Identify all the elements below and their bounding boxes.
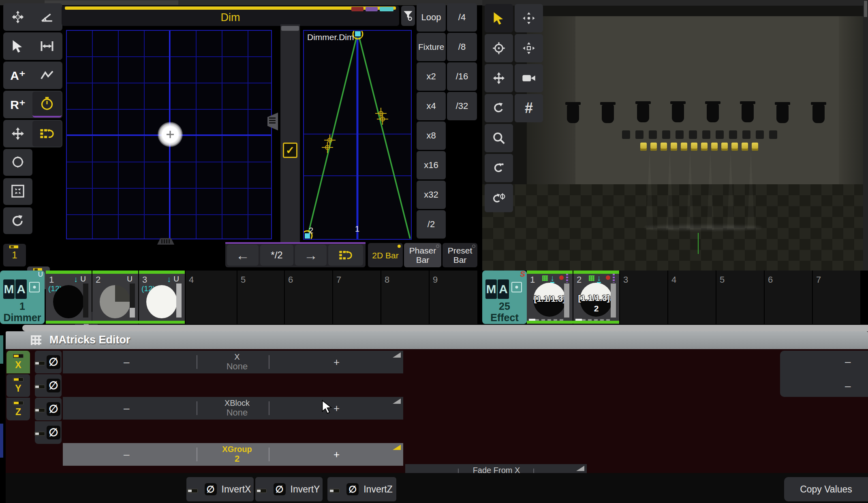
plus-button[interactable]: +	[334, 402, 340, 415]
mult-div16-button[interactable]: /16	[447, 62, 477, 91]
effect-step-6[interactable]: 6	[765, 271, 812, 324]
fixture-selected[interactable]	[681, 143, 687, 151]
tab-2d-bar[interactable]: 2D Bar	[368, 243, 403, 267]
mult-loop-button[interactable]: Loop	[417, 3, 446, 32]
matricks-titlebar[interactable]: MAtricks Editor	[6, 331, 868, 349]
grid-move-tool-icon[interactable]	[6, 6, 29, 28]
step-next-button[interactable]: →	[295, 245, 327, 266]
width-tool-icon[interactable]	[36, 35, 58, 58]
minus-button[interactable]: –	[845, 356, 851, 368]
fixture-selected[interactable]	[691, 143, 697, 151]
v3d-camera-tool[interactable]	[515, 64, 543, 92]
filter-button[interactable]	[401, 6, 415, 26]
mult-div8-button[interactable]: /8	[447, 33, 477, 61]
reset-tool-icon[interactable]	[6, 209, 29, 232]
fixture-selected[interactable]	[701, 143, 708, 151]
x-toggle[interactable]	[13, 354, 24, 358]
step-loop-button[interactable]	[328, 245, 363, 266]
v3d-move-dot-tool[interactable]	[515, 4, 543, 32]
phaser-step-1[interactable]: 1	[3, 244, 26, 266]
phaser-window-titlebar[interactable]: Dim	[62, 6, 399, 26]
mult-fixture-button[interactable]: Fixture	[417, 33, 446, 61]
divider-scroll-thumb[interactable]	[281, 26, 299, 31]
dimmer-step-9[interactable]: 9	[430, 271, 477, 324]
relative-tool-icon[interactable]: R⁺	[6, 93, 29, 116]
v3d-grid-tool[interactable]: #	[515, 94, 543, 122]
dimmer-step-1[interactable]: 1 (12) ↓ U	[46, 271, 92, 324]
row-xgroup[interactable]: – XGroup 2 +	[63, 443, 403, 466]
tab-x[interactable]: X	[6, 351, 30, 373]
row2-enable[interactable]: ∅	[35, 374, 62, 397]
align-tool-icon[interactable]	[6, 151, 29, 173]
invert-y-button[interactable]: ∅ InvertY	[255, 477, 323, 501]
phaser-wave-panel[interactable]: Dimmer.Dim 2 1	[303, 30, 412, 240]
v3d-zoom-tool[interactable]	[485, 124, 513, 152]
fixture-selected[interactable]	[721, 143, 728, 151]
fixture-selected[interactable]	[711, 143, 718, 151]
plus-button[interactable]: +	[334, 448, 340, 461]
row3-enable[interactable]: ∅	[35, 398, 62, 420]
fixture-selected[interactable]	[752, 143, 758, 151]
plus-button[interactable]: +	[334, 356, 340, 369]
tab-y[interactable]: Y	[6, 374, 30, 397]
grid-selection-handle[interactable]	[158, 122, 183, 147]
invert-z-button[interactable]: ∅ InvertZ	[327, 477, 396, 501]
minus-button[interactable]: –	[845, 380, 851, 392]
fixture-selected[interactable]	[742, 143, 748, 151]
mult-x8-button[interactable]: x8	[417, 121, 446, 150]
mult-x32-button[interactable]: x32	[417, 181, 446, 209]
mult-div2-button[interactable]: /2	[417, 210, 446, 239]
angle-tool-icon[interactable]	[36, 6, 58, 28]
mult-div32-button[interactable]: /32	[447, 92, 477, 120]
sequence-pool-scrollbar[interactable]	[22, 325, 868, 331]
dimmer-step-3[interactable]: 3 (12) ↓ U	[139, 271, 185, 324]
select-tool-icon[interactable]	[6, 35, 29, 58]
v3d-target-tool[interactable]	[485, 34, 513, 62]
dimmer-step-6[interactable]: 6	[285, 271, 332, 324]
row-x[interactable]: – X None +	[63, 351, 403, 373]
fixture-selected[interactable]	[640, 143, 647, 151]
dimmer-step-8[interactable]: 8	[381, 271, 429, 324]
y-toggle[interactable]	[13, 377, 24, 382]
minus-button[interactable]: –	[124, 448, 129, 461]
row-xblock[interactable]: – XBlock None +	[63, 397, 403, 420]
tab-preset-bar[interactable]: Preset Bar	[443, 243, 477, 267]
copy-values-button[interactable]: Copy Values	[784, 477, 868, 501]
minus-button[interactable]: –	[124, 356, 129, 369]
effect-step-4[interactable]: 4	[668, 271, 716, 324]
effect-step-5[interactable]: 5	[716, 271, 764, 324]
fixture-selected[interactable]	[731, 143, 738, 151]
invert-x-button[interactable]: ∅ InvertX	[186, 477, 254, 501]
matricks-right-panel[interactable]: – –	[780, 351, 868, 397]
speed-tool-cell[interactable]	[32, 92, 62, 117]
phaser-divider-strip[interactable]: ✓	[280, 24, 300, 243]
effect-step-3[interactable]: 3	[620, 271, 667, 324]
viewport-scroll-thumb[interactable]	[864, 1, 867, 17]
effect-step-2[interactable]: 2 ↓ [1.1/1.3]# 2	[573, 271, 619, 324]
wave-enable-checkbox[interactable]: ✓	[283, 143, 297, 158]
mult-x16-button[interactable]: x16	[417, 151, 446, 179]
minus-button[interactable]: –	[124, 402, 129, 415]
mult-x2-button[interactable]: x2	[417, 62, 446, 91]
viewport-scrollbar[interactable]	[863, 0, 868, 271]
phaser-2d-grid[interactable]	[66, 30, 272, 239]
step-prev-button[interactable]: ←	[227, 245, 259, 266]
step-divide-button[interactable]: */2	[260, 245, 293, 266]
z-toggle[interactable]	[13, 401, 24, 405]
dimmer-step-7[interactable]: 7	[333, 271, 381, 324]
tab-phaser-bar[interactable]: Phaser Bar	[404, 243, 441, 267]
row1-enable[interactable]: ∅	[35, 351, 62, 373]
effect-step-1[interactable]: 1 ↓ [1.1/1.3]	[527, 271, 573, 324]
v3d-rotate-axis-tool[interactable]	[485, 184, 513, 212]
expand-tool-icon[interactable]	[6, 180, 29, 202]
v3d-rotate-tool[interactable]	[485, 154, 513, 182]
v3d-orbit-tool[interactable]	[485, 94, 513, 122]
sequence-dimmer-card[interactable]: M A U 1 Dimmer	[0, 271, 45, 324]
phaser-sequence-cell[interactable]	[32, 121, 62, 147]
fixture-selected[interactable]	[650, 143, 657, 151]
v3d-select-tool[interactable]	[485, 4, 513, 32]
dimmer-step-2[interactable]: 2 U	[92, 271, 138, 324]
fixture-selected[interactable]	[661, 143, 667, 151]
tab-z[interactable]: Z	[6, 398, 30, 420]
sequence-effect-card[interactable]: M A S 25 Effect	[482, 271, 527, 324]
